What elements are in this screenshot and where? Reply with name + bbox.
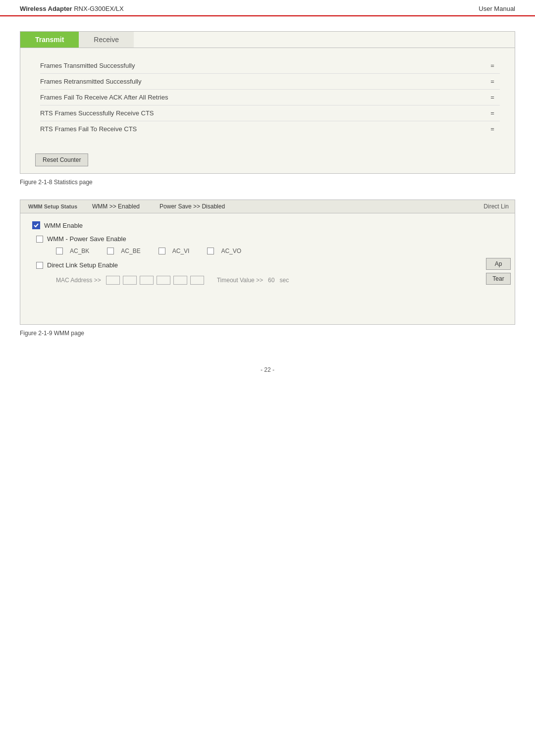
wmm-power-save-row: WMM - Power Save Enable (36, 235, 474, 243)
wmm-status-direct: Direct Lin (478, 200, 515, 213)
wmm-content-area: WMM Enable WMM - Power Save Enable AC_BK (20, 213, 515, 295)
timeout-label: Timeout Value >> (217, 277, 263, 284)
stats-row: RTS Frames Fail To Receive CTS = (40, 121, 500, 137)
wmm-spacer (20, 295, 515, 324)
tabs-row: Transmit Receive (20, 32, 515, 48)
wmm-panel: WMM Setup Status WMM >> Enabled Power Sa… (20, 200, 515, 325)
stat-label-2: Frames Fail To Receive ACK After All Ret… (40, 94, 485, 101)
stat-eq-2: = (485, 94, 500, 101)
ac-group: AC_BK AC_BE AC_VI AC_VO (56, 248, 241, 254)
ac-vi-checkbox[interactable] (159, 248, 165, 254)
statistics-panel: Transmit Receive Frames Transmitted Succ… (20, 31, 515, 174)
wmm-power-save-label: WMM - Power Save Enable (47, 235, 126, 243)
stat-label-1: Frames Retransmitted Successfully (40, 78, 485, 85)
stat-label-3: RTS Frames Successfully Receive CTS (40, 109, 485, 117)
direct-link-row: Direct Link Setup Enable (36, 261, 474, 269)
page-number: - 22 - (20, 366, 515, 373)
ac-be-label: AC_BE (121, 248, 140, 254)
wmm-enable-label: WMM Enable (44, 222, 83, 229)
teardown-button[interactable]: Tear (486, 273, 511, 285)
wmm-status-wmm: WMM >> Enabled (92, 203, 140, 210)
wmm-status-power: Power Save >> Disabled (160, 203, 225, 210)
wmm-power-save-checkbox[interactable] (36, 236, 43, 243)
timeout-unit: sec (279, 277, 289, 284)
ac-vo-item: AC_VO (207, 248, 241, 254)
mac-field-2[interactable] (123, 276, 137, 285)
wmm-enable-checked-icon (32, 221, 40, 229)
tab-transmit[interactable]: Transmit (20, 32, 79, 48)
mac-field-5[interactable] (173, 276, 187, 285)
figure1-caption: Figure 2-1-8 Statistics page (20, 179, 515, 186)
direct-link-checkbox[interactable] (36, 262, 43, 269)
ac-vo-label: AC_VO (221, 248, 241, 254)
reset-counter-button[interactable]: Reset Counter (35, 153, 88, 166)
page-content: Transmit Receive Frames Transmitted Succ… (0, 16, 535, 388)
mac-field-3[interactable] (140, 276, 154, 285)
stats-row: Frames Transmitted Successfully = (40, 58, 500, 74)
wmm-status-bar: WMM Setup Status WMM >> Enabled Power Sa… (20, 200, 515, 213)
stat-eq-1: = (485, 78, 500, 85)
ac-vo-checkbox[interactable] (207, 248, 214, 254)
timeout-value: 60 (268, 277, 274, 284)
ac-be-checkbox[interactable] (107, 248, 114, 254)
stat-eq-3: = (485, 109, 500, 117)
wmm-enable-row: WMM Enable (32, 221, 474, 229)
apply-button[interactable]: Ap (486, 258, 511, 270)
model-text: RNX-G300EX/LX (74, 5, 123, 12)
mac-field-4[interactable] (157, 276, 170, 285)
stat-eq-4: = (485, 125, 500, 133)
stats-footer: Reset Counter (20, 147, 515, 173)
stat-label-0: Frames Transmitted Successfully (40, 62, 485, 69)
tab-receive[interactable]: Receive (79, 32, 134, 48)
ac-be-item: AC_BE (107, 248, 140, 254)
direct-link-label: Direct Link Setup Enable (47, 261, 118, 269)
brand-text: Wireless Adapter (20, 5, 72, 12)
stats-row: Frames Retransmitted Successfully = (40, 74, 500, 90)
ac-items-row: AC_BK AC_BE AC_VI AC_VO (56, 248, 474, 254)
stats-row: RTS Frames Successfully Receive CTS = (40, 105, 500, 121)
wmm-body: WMM Enable WMM - Power Save Enable AC_BK (20, 213, 486, 295)
side-buttons-area: Ap Tear (486, 213, 515, 295)
page-header: Wireless Adapter RNX-G300EX/LX User Manu… (0, 0, 535, 16)
header-brand: Wireless Adapter RNX-G300EX/LX (20, 5, 124, 12)
ac-vi-label: AC_VI (172, 248, 190, 254)
stat-eq-0: = (485, 62, 500, 69)
ac-bk-checkbox[interactable] (56, 248, 63, 254)
figure2-caption: Figure 2-1-9 WMM page (20, 330, 515, 337)
ac-vi-item: AC_VI (159, 248, 190, 254)
mac-field-1[interactable] (106, 276, 120, 285)
stats-row: Frames Fail To Receive ACK After All Ret… (40, 90, 500, 105)
ac-bk-label: AC_BK (70, 248, 89, 254)
ac-bk-item: AC_BK (56, 248, 89, 254)
stats-body: Frames Transmitted Successfully = Frames… (20, 48, 515, 147)
mac-field-6[interactable] (190, 276, 204, 285)
wmm-group-label: WMM Setup Status (28, 203, 77, 209)
header-section: User Manual (479, 5, 515, 12)
mac-row: MAC Address >> Timeout Value >> 60 sec (56, 276, 474, 285)
mac-address-label: MAC Address >> (56, 277, 101, 284)
stat-label-4: RTS Frames Fail To Receive CTS (40, 125, 485, 133)
